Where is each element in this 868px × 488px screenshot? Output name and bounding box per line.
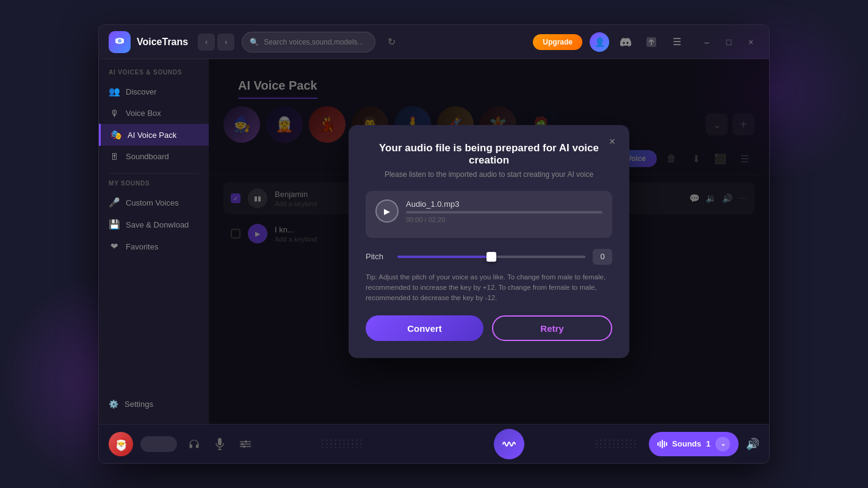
bottom-center <box>429 429 588 459</box>
main-content: AI VOICES & SOUNDS 👥 Discover 🎙 Voice Bo… <box>99 59 769 424</box>
svg-point-11 <box>243 445 245 448</box>
pitch-label: Pitch <box>366 252 390 261</box>
waveform-button[interactable] <box>494 429 524 459</box>
sidebar-item-favorites[interactable]: ❤ Favorites <box>99 235 209 257</box>
sidebar-item-save-download-label: Save & Donwload <box>126 220 189 229</box>
sounds-label: Sounds <box>672 439 701 448</box>
dot-pattern-right: for (let i = 0; i < 30; i++) { document.… <box>596 439 637 448</box>
headphone-button[interactable] <box>184 434 204 454</box>
soundboard-icon: 🎚 <box>109 151 120 162</box>
sounds-expand-button[interactable]: ⌄ <box>715 437 730 451</box>
sidebar-item-custom-voices-label: Custom Voices <box>126 198 179 207</box>
content-area: AI Voice Pack 🧙 🧝 💃 🧛 🧜 <box>209 59 769 424</box>
volume-button[interactable]: 🔊 <box>746 437 759 451</box>
sidebar-item-favorites-label: Favorites <box>126 242 158 251</box>
svg-rect-14 <box>657 442 659 446</box>
audio-player: ▶ Audio_1.0.mp3 00:00 / 02:20 <box>366 191 612 238</box>
search-bar: 🔍 <box>242 32 375 52</box>
sounds-count: 1 <box>706 439 711 448</box>
sidebar-item-ai-voice-pack-label: AI Voice Pack <box>128 131 176 140</box>
svg-rect-18 <box>666 442 667 446</box>
upgrade-button[interactable]: Upgrade <box>533 34 582 50</box>
app-title: VoiceTrans <box>137 37 188 48</box>
share-button[interactable] <box>642 33 660 51</box>
audio-player-top: ▶ Audio_1.0.mp3 00:00 / 02:20 <box>375 199 602 223</box>
audio-prep-modal: × Your audio file is being prepared for … <box>349 125 629 359</box>
bottom-avatar: 🎅 <box>109 432 133 456</box>
svg-point-8 <box>245 440 247 443</box>
settings-icon: ⚙️ <box>109 400 118 409</box>
microphone-button[interactable] <box>210 434 230 454</box>
audio-play-button[interactable]: ▶ <box>375 199 399 223</box>
pitch-thumb[interactable] <box>486 252 496 262</box>
retry-button[interactable]: Retry <box>492 315 612 341</box>
audio-filename: Audio_1.0.mp3 <box>406 199 602 209</box>
pitch-row: Pitch 0 <box>366 249 612 265</box>
search-input[interactable] <box>264 38 367 46</box>
bottom-bar: 🎅 <box>99 424 769 463</box>
audio-progress-bar[interactable] <box>406 211 602 214</box>
discover-icon: 👥 <box>109 86 120 97</box>
window-controls: – □ × <box>698 34 759 51</box>
modal-actions: Convert Retry <box>366 315 612 341</box>
bottom-right: Sounds 1 ⌄ 🔊 <box>649 432 759 456</box>
sidebar-item-discover[interactable]: 👥 Discover <box>99 81 209 102</box>
pitch-value: 0 <box>593 249 612 265</box>
refresh-button[interactable]: ↻ <box>383 33 401 51</box>
sidebar: AI VOICES & SOUNDS 👥 Discover 🎙 Voice Bo… <box>99 59 209 424</box>
sidebar-item-settings[interactable]: ⚙️ Settings <box>99 394 209 414</box>
svg-rect-16 <box>662 440 663 448</box>
close-button[interactable]: × <box>742 34 759 51</box>
sidebar-item-soundboard-label: Soundboard <box>126 152 169 161</box>
app-window: VoiceTrans ‹ › 🔍 ↻ Upgrade 👤 ☰ <box>98 24 770 464</box>
sidebar-divider <box>109 173 199 174</box>
tip-text: Tip: Adjust the pitch of your voice as y… <box>366 272 612 304</box>
sidebar-item-discover-label: Discover <box>126 87 157 96</box>
audio-time: 00:00 / 02:20 <box>406 216 602 223</box>
audio-info: Audio_1.0.mp3 00:00 / 02:20 <box>406 199 602 223</box>
pitch-slider[interactable] <box>397 256 585 258</box>
menu-button[interactable]: ☰ <box>668 33 686 51</box>
maximize-button[interactable]: □ <box>720 34 737 51</box>
svg-point-0 <box>118 39 121 43</box>
sidebar-section-ai-voices: AI VOICES & SOUNDS <box>99 69 209 81</box>
discord-button[interactable] <box>617 33 635 51</box>
bottom-icon-buttons <box>184 434 255 454</box>
sidebar-item-ai-voice-pack[interactable]: 🎭 AI Voice Pack <box>99 124 209 146</box>
pitch-slider-wrap <box>397 256 585 258</box>
save-download-icon: 💾 <box>109 219 120 230</box>
svg-point-5 <box>241 443 244 445</box>
voice-toggle[interactable] <box>140 436 177 452</box>
audio-total-time: 02:20 <box>429 216 446 223</box>
sounds-icon <box>657 440 667 448</box>
custom-voices-icon: 🎤 <box>109 197 120 208</box>
svg-rect-17 <box>664 441 665 447</box>
user-avatar-button[interactable]: 👤 <box>590 32 609 52</box>
minimize-button[interactable]: – <box>698 34 715 51</box>
sidebar-item-soundboard[interactable]: 🎚 Soundboard <box>99 146 209 167</box>
equalizer-button[interactable] <box>236 434 255 454</box>
nav-arrows: ‹ › <box>198 34 234 51</box>
logo-area: VoiceTrans <box>109 31 188 53</box>
settings-label: Settings <box>125 400 153 409</box>
modal-overlay: × Your audio file is being prepared for … <box>209 59 769 424</box>
dot-patterns: for (let i = 0; i < 30; i++) { document.… <box>262 439 422 448</box>
svg-rect-2 <box>218 438 222 445</box>
logo-icon <box>109 31 131 53</box>
sidebar-item-save-download[interactable]: 💾 Save & Donwload <box>99 214 209 235</box>
forward-button[interactable]: › <box>217 34 234 51</box>
audio-current-time: 00:00 <box>406 216 423 223</box>
back-button[interactable]: ‹ <box>198 34 215 51</box>
voice-box-icon: 🎙 <box>109 108 120 118</box>
modal-subtitle: Please listen to the imported audio to s… <box>366 170 612 179</box>
sidebar-item-voice-box[interactable]: 🎙 Voice Box <box>99 102 209 124</box>
convert-button[interactable]: Convert <box>366 315 483 341</box>
search-icon: 🔍 <box>250 38 259 46</box>
title-bar: VoiceTrans ‹ › 🔍 ↻ Upgrade 👤 ☰ <box>99 25 769 59</box>
sidebar-item-voice-box-label: Voice Box <box>126 109 161 118</box>
sounds-pill[interactable]: Sounds 1 ⌄ <box>649 432 739 456</box>
modal-title: Your audio file is being prepared for AI… <box>366 142 612 167</box>
sidebar-item-custom-voices[interactable]: 🎤 Custom Voices <box>99 192 209 214</box>
sidebar-section-my-sounds: MY SOUNDS <box>99 180 209 192</box>
modal-close-button[interactable]: × <box>604 134 621 151</box>
